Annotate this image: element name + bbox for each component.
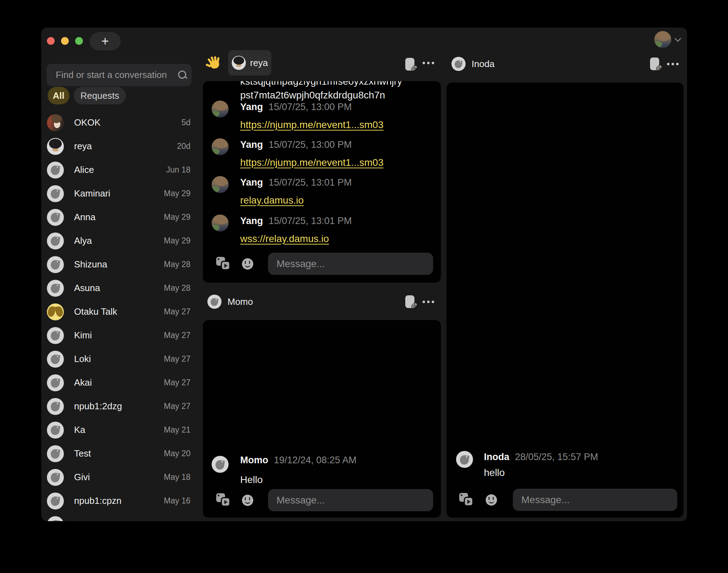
app-window: + All Requests OKOK 5d reya 20d Alice [41, 28, 687, 521]
conversation-avatar [47, 469, 64, 486]
message-avatar [212, 176, 229, 193]
search-input[interactable] [47, 70, 177, 80]
conversation-row[interactable]: Kaminari May 29 [41, 182, 202, 205]
reya-tab-label: reya [250, 58, 268, 68]
message-line: pst7mta2t6wpjh0qfzkdrdgu8ch7n [240, 89, 385, 101]
message-avatar [212, 456, 229, 473]
inoda-message-input[interactable] [513, 494, 677, 506]
message-link[interactable]: relay.damus.io [240, 195, 304, 206]
conversation-row[interactable]: Asuna May 28 [41, 276, 202, 300]
message-author: Yang [240, 177, 263, 188]
momo-note-compose-icon[interactable] [405, 295, 414, 308]
message-author: Yang [240, 102, 263, 112]
conversation-date: May 28 [164, 283, 190, 293]
message-timestamp: 15/07/25, 13:01 PM [269, 216, 352, 226]
conversation-avatar [47, 233, 64, 249]
conversation-row[interactable]: OKOK 5d [41, 111, 202, 134]
conversation-name: Shizuna [74, 259, 164, 270]
message-avatar [212, 138, 229, 155]
conversation-date: May 20 [164, 449, 190, 458]
conversation-date: May 29 [164, 212, 190, 222]
message-author: Yang [240, 216, 263, 226]
message-avatar [212, 215, 229, 231]
conversation-date: May 27 [164, 378, 190, 387]
conversation-avatar [47, 445, 64, 462]
inoda-header-avatar [451, 57, 466, 71]
conversation-date: 20d [177, 141, 190, 151]
conversation-row[interactable]: Alya May 29 [41, 229, 202, 253]
message-text: Hello [240, 474, 263, 485]
reya-tab-avatar [232, 56, 246, 70]
conversation-avatar [47, 114, 64, 131]
message-link[interactable]: https://njump.me/nevent1...sm03 [240, 157, 383, 168]
conversation-date: May 28 [164, 260, 190, 269]
emoji-picker-icon[interactable] [242, 495, 253, 506]
message-link[interactable]: https://njump.me/nevent1...sm03 [240, 119, 383, 130]
conversation-row[interactable]: npub1:cpzn May 16 [41, 489, 202, 513]
reya-message-input[interactable] [268, 258, 433, 270]
clipped-message-line: kstsqjqtmpagzlygh1mfseoyxzxhwhjry [240, 81, 402, 87]
reya-composer [203, 253, 441, 275]
conversation-row[interactable]: Akai May 27 [41, 371, 202, 394]
emoji-picker-icon[interactable] [242, 258, 253, 270]
momo-header-title: Momo [228, 296, 253, 307]
inoda-note-compose-icon[interactable] [650, 58, 659, 70]
conversation-row[interactable]: Test May 20 [41, 442, 202, 465]
conversation-name: Givi [74, 472, 164, 483]
conversation-avatar [47, 256, 64, 273]
conversation-row[interactable]: Ka May 21 [41, 418, 202, 442]
momo-message-input[interactable] [268, 495, 433, 506]
message-group: Yang15/07/25, 13:01 PM wss://relay.damus… [203, 215, 441, 251]
message-timestamp: 15/07/25, 13:01 PM [269, 177, 352, 188]
conversation-avatar [47, 138, 64, 155]
search-box [47, 64, 192, 86]
momo-composer [203, 489, 441, 511]
conversation-row[interactable]: Anna May 29 [41, 205, 202, 229]
inoda-composer [447, 489, 684, 511]
conversation-avatar [47, 422, 64, 439]
message-group: Yang15/07/25, 13:00 PM https://njump.me/… [203, 139, 441, 174]
conversation-avatar [47, 327, 64, 344]
media-attach-icon[interactable] [216, 257, 231, 271]
conversation-row[interactable]: Kimi May 27 [41, 324, 202, 347]
search-icon [177, 70, 184, 80]
account-menu[interactable] [654, 31, 679, 48]
message-link[interactable]: wss://relay.damus.io [240, 233, 329, 244]
conversation-list: OKOK 5d reya 20d Alice Jun 18 Kaminari M… [41, 111, 202, 521]
conversation-row[interactable]: Alice Jun 18 [41, 158, 202, 182]
conversation-row[interactable] [41, 513, 202, 521]
momo-more-icon[interactable] [427, 301, 430, 303]
conversation-name: Kaminari [74, 188, 164, 199]
reya-more-icon[interactable] [427, 62, 430, 64]
tab-reya[interactable]: reya [228, 50, 271, 76]
conversation-row[interactable]: Otaku Talk May 27 [41, 300, 202, 324]
message-author: Momo [240, 455, 268, 465]
conversation-row[interactable]: Shizuna May 28 [41, 253, 202, 276]
conversation-date: May 29 [164, 236, 190, 246]
media-attach-icon[interactable] [459, 493, 474, 507]
filter-tab-all[interactable]: All [48, 87, 69, 104]
conversation-avatar [47, 280, 64, 297]
reya-note-compose-icon[interactable] [405, 58, 414, 71]
conversation-row[interactable]: reya 20d [41, 134, 202, 158]
media-attach-icon[interactable] [216, 493, 231, 507]
emoji-picker-icon[interactable] [486, 494, 497, 506]
message-author: Inoda [484, 452, 509, 462]
message-avatar [456, 451, 473, 468]
conversation-row[interactable]: Givi May 18 [41, 465, 202, 489]
conversation-name: reya [74, 141, 177, 152]
message-timestamp: 15/07/25, 13:00 PM [269, 102, 352, 112]
inoda-more-icon[interactable] [672, 63, 674, 65]
sidebar: All Requests OKOK 5d reya 20d Alice Jun … [41, 28, 202, 521]
conversation-avatar [47, 162, 64, 179]
filter-tab-requests[interactable]: Requests [74, 87, 126, 104]
conversation-date: May 27 [164, 307, 190, 316]
conversation-name: OKOK [74, 117, 181, 128]
momo-header-avatar [207, 295, 222, 309]
conversation-row[interactable]: npub1:2dzg May 27 [41, 394, 202, 418]
conversation-avatar [47, 493, 64, 509]
conversation-row[interactable]: Loki May 27 [41, 347, 202, 371]
conversation-date: May 27 [164, 402, 190, 411]
message-timestamp: 28/05/25, 15:57 PM [515, 452, 598, 462]
inoda-message-area: Inoda28/05/25, 15:57 PM hello [447, 83, 684, 518]
